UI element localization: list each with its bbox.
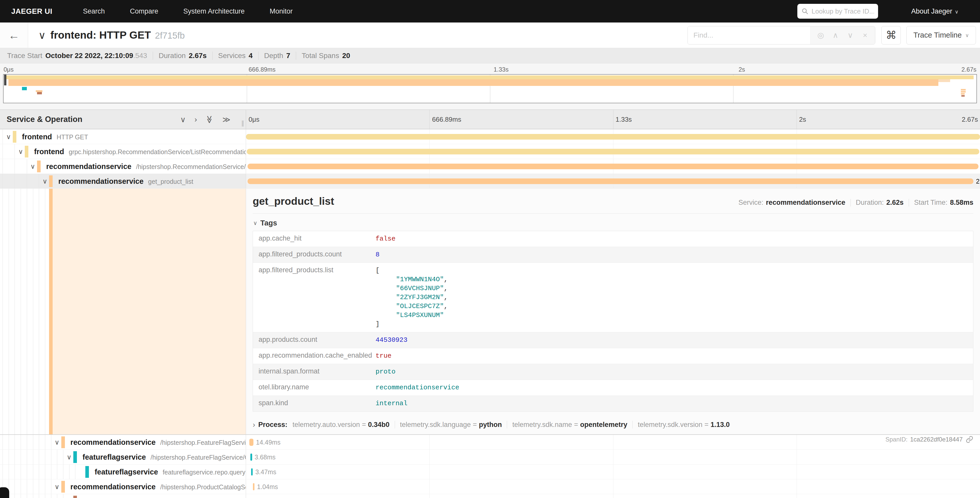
tags-section-toggle[interactable]: ∨ Tags (253, 219, 974, 227)
grid-line (430, 450, 430, 464)
tag-row[interactable]: internal.span.formatproto (253, 364, 973, 380)
about-jaeger-menu[interactable]: About Jaeger∨ (911, 7, 959, 15)
operation-name: /hipstershop.RecommendationService/Lis..… (136, 163, 246, 170)
chevron-down-icon: ∨ (955, 9, 959, 14)
span-bar-column[interactable]: 1.04ms (246, 479, 980, 494)
tag-row[interactable]: app.products.count44530923 (253, 332, 973, 348)
tag-row[interactable]: app.recommendation.cache_enabledtrue (253, 348, 973, 364)
tag-row[interactable]: otel.library.namerecommendationservice (253, 380, 973, 396)
expand-collapse-chevron-icon[interactable]: ∨ (18, 144, 23, 159)
span-bar-column[interactable] (246, 159, 980, 174)
minimap-span-bar (8, 79, 939, 86)
operation-name: /hipstershop.FeatureFlagService/Ge... (151, 454, 246, 461)
keyboard-shortcuts-button[interactable]: ⌘ (881, 26, 901, 45)
span-bar-column[interactable]: 3.47ms (246, 464, 980, 479)
span-bar-column[interactable]: 2.62s (246, 174, 980, 188)
collapse-all-icon[interactable]: ≫ (206, 115, 213, 124)
indent-guide (14, 450, 15, 464)
span-row[interactable]: ∨frontendHTTP GET (0, 129, 980, 144)
tag-row[interactable]: app.cache_hitfalse (253, 231, 973, 247)
tag-row[interactable]: app.filtered_products.list["1YMWWN1N4O",… (253, 263, 973, 332)
expand-collapse-chevron-icon[interactable]: ∨ (55, 479, 59, 494)
indent-guide (45, 464, 45, 479)
indent-guide (51, 435, 51, 449)
indent-guide (45, 435, 45, 449)
summary-item: Trace StartOctober 22 2022, 22:10:09.543 (7, 52, 147, 60)
service-name: recommendationservice/hipstershop.Featur… (70, 435, 246, 449)
span-row[interactable]: ∨recommendationservice/hipstershop.Recom… (0, 159, 980, 174)
back-arrow-icon[interactable]: ← (8, 29, 20, 42)
indent-guide (9, 189, 9, 434)
service-color-chip (25, 146, 29, 158)
summary-value-fraction: .543 (133, 52, 147, 59)
collapse-one-icon[interactable]: ∨ (180, 115, 186, 124)
minimap-span-bar (961, 91, 966, 93)
tag-row[interactable]: app.filtered_products.count8 (253, 247, 973, 263)
span-row[interactable]: ∨frontendgrpc.hipstershop.Recommendation… (0, 144, 980, 159)
indent-guide (51, 494, 51, 498)
service-name: frontendgrpc.hipstershop.RecommendationS… (34, 144, 246, 159)
expand-collapse-chevron-icon[interactable]: ∨ (55, 435, 59, 449)
minimap-left-drag-handle[interactable] (4, 75, 6, 85)
expand-collapse-chevron-icon[interactable]: ∨ (42, 174, 47, 188)
span-duration-bar[interactable] (248, 164, 979, 169)
trace-view-selector[interactable]: Trace Timeline∨ (907, 26, 976, 45)
nav-item-system-architecture[interactable]: System Architecture (183, 7, 245, 15)
span-duration-bar[interactable] (253, 483, 255, 490)
span-bar-column[interactable] (246, 129, 980, 144)
tag-row[interactable]: span.kindinternal (253, 396, 973, 411)
column-splitter-handle[interactable]: ∥ (241, 120, 244, 127)
minimap-tick-label: 2.67s (961, 66, 977, 73)
brand-link[interactable]: JAEGER UI (11, 7, 52, 16)
tag-value: ["1YMWWN1N4O","66VCHSJNUP","2ZYFJ3GM2N",… (375, 263, 448, 332)
prev-result-icon[interactable]: ∧ (828, 31, 843, 40)
expand-collapse-chevron-icon[interactable]: ∨ (30, 159, 35, 174)
indent-guide (9, 435, 9, 449)
span-row[interactable]: featureflagservicefeatureflagservice.rep… (0, 464, 980, 479)
span-row-selected[interactable]: ∨recommendationserviceget_product_list2.… (0, 174, 980, 189)
indent-guide (14, 144, 15, 159)
next-result-icon[interactable]: ∨ (843, 31, 858, 40)
expand-collapse-chevron-icon[interactable]: ∨ (6, 129, 11, 144)
service-color-chip (49, 176, 52, 187)
service-name: featureflagservice/hipstershop.FeatureFl… (83, 450, 246, 464)
span-row[interactable]: ∨recommendationservice/hipstershop.Produ… (0, 479, 980, 494)
main-nav: SearchCompareSystem ArchitectureMonitor (83, 7, 318, 15)
span-duration-bar[interactable] (250, 453, 252, 461)
indent-guide (39, 494, 39, 498)
span-duration-bar[interactable] (247, 149, 979, 155)
nav-item-search[interactable]: Search (83, 7, 105, 15)
expand-all-icon[interactable]: ≫ (223, 115, 231, 124)
span-row[interactable] (0, 494, 980, 498)
span-bar-column[interactable]: 14.49ms (246, 435, 980, 449)
span-row[interactable]: ∨featureflagservice/hipstershop.FeatureF… (0, 450, 980, 464)
bottom-left-overlay[interactable] (0, 487, 9, 498)
span-duration-bar[interactable] (249, 439, 253, 446)
indent-guide (69, 464, 70, 479)
span-duration-label: 2.62s (976, 174, 980, 188)
span-bar-column[interactable] (246, 494, 980, 498)
clear-icon[interactable]: × (858, 31, 872, 40)
find-input[interactable] (688, 26, 810, 44)
nav-item-monitor[interactable]: Monitor (270, 7, 293, 15)
span-duration-bar[interactable] (246, 134, 980, 140)
indent-guide (21, 189, 21, 434)
span-duration-bar[interactable] (248, 179, 974, 184)
expand-one-icon[interactable]: › (194, 115, 197, 124)
locate-icon[interactable]: ◎ (813, 31, 828, 40)
collapse-trace-chevron-icon[interactable]: ∨ (38, 29, 46, 41)
trace-lookup-input[interactable] (811, 7, 874, 15)
span-name-column: ∨featureflagservice/hipstershop.FeatureF… (0, 450, 246, 464)
process-section[interactable]: › Process: telemetry.auto.version=0.34b0… (253, 420, 974, 429)
span-bar-column[interactable] (246, 144, 980, 159)
nav-item-compare[interactable]: Compare (130, 7, 158, 15)
minimap-span-bar (36, 90, 43, 92)
expand-collapse-chevron-icon[interactable]: ∨ (67, 450, 72, 464)
span-duration-bar[interactable] (251, 468, 253, 476)
tag-list-item: "LS4PSXUNUM" (396, 311, 444, 319)
span-bar-column[interactable]: 3.68ms (246, 450, 980, 464)
indent-guide (14, 479, 15, 494)
span-row[interactable]: ∨recommendationservice/hipstershop.Featu… (0, 435, 980, 450)
minimap-canvas[interactable] (3, 74, 977, 103)
process-key: telemetry.sdk.name (512, 421, 572, 428)
